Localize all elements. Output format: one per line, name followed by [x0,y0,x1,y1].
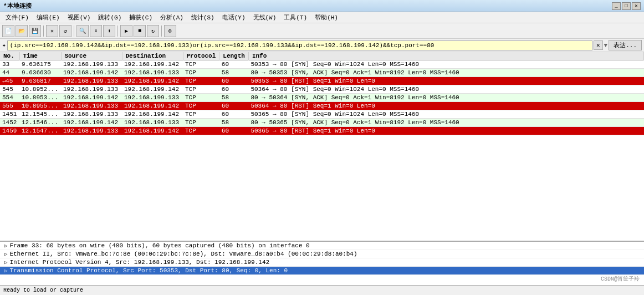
cell-time: 12.1546... [19,119,61,127]
cell-info: 80 → 50364 [SYN, ACK] Seq=0 Ack=1 Win=81… [248,94,643,102]
menu-view[interactable]: 视图(V) [64,13,94,22]
cell-no: ↵45 [0,77,19,85]
cell-no: 1459 [0,127,19,135]
status-text: Ready to load or capture [3,287,83,293]
cell-src: 192.168.199.133 [61,60,122,69]
menu-edit[interactable]: 编辑(E) [33,13,63,22]
table-row[interactable]: 554 10.8953... 192.168.199.142 192.168.1… [0,94,644,102]
cell-proto: TCP [183,110,219,119]
cell-proto: TCP [183,69,219,77]
col-header-protocol: Protocol [183,52,219,60]
close-button[interactable]: ✕ [632,2,641,10]
menu-stats[interactable]: 统计(S) [188,13,218,22]
status-bar: Ready to load or capture [0,285,644,295]
minimize-button[interactable]: _ [612,2,621,10]
detail-item[interactable]: ▷ Internet Protocol Version 4, Src: 192.… [0,258,644,267]
menu-wireless[interactable]: 无线(W) [250,13,280,22]
cell-proto: TCP [183,119,219,127]
detail-item[interactable]: ▷ Transmission Control Protocol, Src Por… [0,267,644,275]
toolbar-search-next-btn[interactable]: ⬇ [90,25,102,37]
filter-input[interactable] [7,40,592,50]
cell-len: 60 [219,110,249,119]
toolbar-go-btn[interactable]: ▶ [120,25,132,37]
detail-arrow-icon: ▷ [4,251,7,257]
detail-text: Transmission Control Protocol, Src Port:… [9,267,288,274]
packet-table: No. Time Source Destination Protocol Len… [0,52,644,135]
cell-src: 192.168.199.142 [61,119,122,127]
table-header-row: No. Time Source Destination Protocol Len… [0,52,644,60]
cell-time: 9.636817 [19,77,61,85]
toolbar-open-btn[interactable]: 📂 [16,25,28,37]
toolbar-opts-btn[interactable]: ⚙ [164,25,176,37]
cell-src: 192.168.199.133 [61,77,122,85]
col-header-time: Time [19,52,61,60]
table-row[interactable]: 1452 12.1546... 192.168.199.142 192.168.… [0,119,644,127]
toolbar-sep-2 [74,26,74,37]
toolbar-search-btn[interactable]: 🔍 [76,25,89,37]
table-row[interactable]: 33 9.636175 192.168.199.133 192.168.199.… [0,60,644,69]
cell-info: 80 → 50353 [SYN, ACK] Seq=0 Ack=1 Win=81… [248,69,643,77]
cell-dst: 192.168.199.142 [122,60,183,69]
toolbar: 📄 📂 💾 ✕ ↺ 🔍 ⬇ ⬆ ▶ ■ ↻ ⚙ [0,23,644,39]
cell-no: 554 [0,94,19,102]
menu-capture[interactable]: 捕获(C) [126,13,156,22]
detail-item[interactable]: ▷ Frame 33: 60 bytes on wire (480 bits),… [0,242,644,250]
table-row[interactable]: 545 10.8952... 192.168.199.133 192.168.1… [0,85,644,94]
toolbar-new-btn[interactable]: 📄 [2,25,14,37]
cell-len: 58 [219,94,249,102]
table-row[interactable]: ↵45 9.636817 192.168.199.133 192.168.199… [0,77,644,85]
cell-src: 192.168.199.142 [61,94,122,102]
menu-help[interactable]: 帮助(H) [311,13,341,22]
menu-tools[interactable]: 工具(T) [280,13,310,22]
cell-len: 60 [219,77,249,85]
cell-info: 50365 → 80 [RST] Seq=1 Win=0 Len=0 [248,127,643,135]
cell-dst: 192.168.199.142 [122,110,183,119]
cell-time: 9.636630 [19,69,61,77]
cell-no: 44 [0,69,19,77]
table-row[interactable]: 1459 12.1547... 192.168.199.133 192.168.… [0,127,644,135]
table-row[interactable]: 44 9.636630 192.168.199.142 192.168.199.… [0,69,644,77]
maximize-button[interactable]: □ [622,2,631,10]
watermark: CSDN@筲筐子袊 [601,275,640,283]
toolbar-restart-btn[interactable]: ↻ [147,25,159,37]
cell-dst: 192.168.199.133 [122,69,183,77]
cell-len: 58 [219,119,249,127]
cell-proto: TCP [183,85,219,94]
toolbar-sep-1 [43,26,44,37]
menu-goto[interactable]: 跳转(G) [95,13,125,22]
table-row[interactable]: 1451 12.1545... 192.168.199.133 192.168.… [0,110,644,119]
toolbar-reload-btn[interactable]: ↺ [59,25,71,37]
filter-arrow-icon: ▼ [604,42,608,49]
cell-no: 1451 [0,110,19,119]
detail-text: Ethernet II, Src: Vmware_bc:7c:8e (00:0c… [9,251,357,257]
detail-panel: ▷ Frame 33: 60 bytes on wire (480 bits),… [0,241,644,285]
title-bar: *本地连接 _ □ ✕ [0,0,644,12]
filter-bar: ✦ ✕ ▼ 表达... [0,39,644,52]
menu-phone[interactable]: 电话(Y) [219,13,249,22]
content-area: No. Time Source Destination Protocol Len… [0,52,644,285]
detail-item[interactable]: ▷ Ethernet II, Src: Vmware_bc:7c:8e (00:… [0,250,644,258]
cell-len: 60 [219,60,249,69]
packets-section: No. Time Source Destination Protocol Len… [0,52,644,241]
cell-info: 50353 → 80 [SYN] Seq=0 Win=1024 Len=0 MS… [248,60,643,69]
cell-time: 10.8952... [19,85,61,94]
table-row[interactable]: 555 10.8955... 192.168.199.133 192.168.1… [0,102,644,110]
cell-proto: TCP [183,127,219,135]
menu-file[interactable]: 文件(F) [2,13,32,22]
cell-proto: TCP [183,77,219,85]
cell-len: 60 [219,127,249,135]
title-bar-buttons: _ □ ✕ [612,2,641,10]
filter-apply-button[interactable]: 表达... [609,40,642,50]
cell-info: 50364 → 80 [SYN] Seq=0 Win=1024 Len=0 MS… [248,85,643,94]
toolbar-search-prev-btn[interactable]: ⬆ [103,25,115,37]
toolbar-sep-3 [117,26,118,37]
col-header-length: Length [219,52,249,60]
toolbar-save-btn[interactable]: 💾 [29,25,41,37]
toolbar-stop-btn[interactable]: ■ [134,25,146,37]
toolbar-close-btn[interactable]: ✕ [46,25,58,37]
menu-analyze[interactable]: 分析(A) [157,13,187,22]
filter-clear-button[interactable]: ✕ [594,40,603,50]
cell-time: 10.8953... [19,94,61,102]
cell-no: 545 [0,85,19,94]
detail-arrow-icon: ▷ [4,243,7,249]
